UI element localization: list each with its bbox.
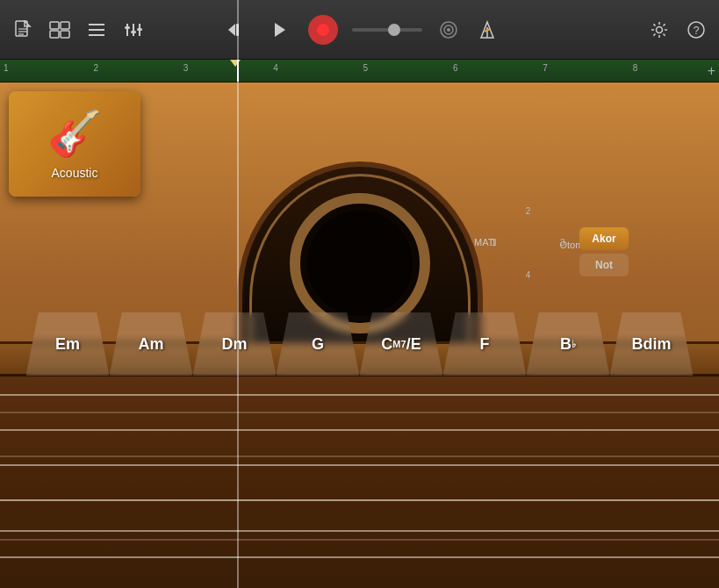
rewind-button[interactable] — [220, 15, 250, 45]
timeline: 1 2 3 4 5 6 7 8 + — [0, 60, 719, 82]
chord-f[interactable]: F — [443, 312, 527, 376]
record-button[interactable] — [308, 15, 338, 45]
knob-n1: 1 — [491, 238, 496, 247]
timeline-num-4: 4 — [270, 63, 359, 73]
mode-buttons: Akor Not — [579, 227, 629, 276]
svg-line-25 — [485, 29, 490, 32]
timeline-num-6: 6 — [449, 63, 539, 73]
chord-dm[interactable]: Dm — [193, 312, 277, 376]
help-icon[interactable]: ? — [684, 18, 708, 42]
not-button[interactable]: Not — [579, 254, 629, 276]
guitar-string-5 — [0, 530, 719, 532]
timeline-playhead — [237, 60, 239, 82]
timeline-num-7: 7 — [539, 63, 629, 73]
toolbar: ? — [0, 0, 719, 60]
mixer-icon[interactable] — [121, 18, 146, 42]
guitar-icon: 🎸 — [47, 108, 102, 159]
guitar-string-3 — [0, 464, 719, 466]
volume-slider[interactable] — [352, 28, 422, 32]
chord-am[interactable]: Am — [110, 312, 193, 376]
svg-rect-16 — [137, 28, 142, 31]
guitar-string-2 — [0, 429, 719, 431]
svg-rect-5 — [61, 22, 69, 29]
timeline-num-2: 2 — [90, 63, 179, 73]
list-view-icon[interactable] — [84, 18, 109, 42]
guitar-string-6 — [0, 556, 719, 558]
track-tile[interactable]: 🎸 Acoustic — [9, 91, 140, 197]
fretboard[interactable] — [0, 376, 719, 588]
chord-cm7e[interactable]: CM7/E — [360, 312, 443, 376]
chord-bb[interactable]: B♭ — [527, 312, 610, 376]
timeline-num-3: 3 — [180, 63, 270, 73]
svg-marker-19 — [275, 23, 285, 37]
svg-point-26 — [657, 26, 663, 32]
svg-rect-14 — [125, 26, 130, 29]
svg-text:?: ? — [694, 25, 700, 37]
svg-rect-18 — [236, 24, 239, 36]
main-content: 🎸 Acoustic 2 1 4 2 3 MATI O — [0, 82, 719, 588]
play-button[interactable] — [264, 15, 294, 45]
svg-rect-4 — [50, 22, 59, 29]
akor-button[interactable]: Akor — [579, 227, 629, 250]
add-track-button[interactable]: + — [708, 60, 715, 82]
chord-bdim[interactable]: Bdim — [610, 312, 694, 376]
svg-rect-7 — [61, 31, 69, 38]
chord-buttons: Em Am Dm G CM7/E F B♭ Bdim — [0, 312, 719, 376]
sound-hole — [307, 211, 413, 316]
knob-n4: 4 — [526, 270, 531, 280]
settings-icon[interactable] — [647, 18, 672, 42]
svg-marker-17 — [228, 24, 235, 36]
guitar-string-1 — [0, 394, 719, 396]
chord-em[interactable]: Em — [26, 312, 110, 376]
svg-rect-15 — [131, 31, 136, 33]
chord-g[interactable]: G — [277, 312, 360, 376]
knob-n3: 3 — [560, 238, 565, 247]
timeline-track[interactable]: 1 2 3 4 5 6 7 8 — [0, 60, 719, 82]
timeline-num-8: 8 — [629, 63, 719, 73]
timeline-num-1: 1 — [0, 63, 90, 73]
svg-point-22 — [447, 28, 450, 32]
playhead-triangle — [230, 60, 241, 67]
volume-speaker-icon — [436, 18, 461, 42]
track-label: Acoustic — [52, 166, 98, 180]
volume-knob[interactable] — [388, 24, 400, 36]
timeline-num-5: 5 — [360, 63, 449, 73]
new-document-icon[interactable] — [11, 18, 35, 42]
knob-n2: 2 — [526, 206, 531, 216]
fret-line-4 — [0, 539, 719, 541]
fret-line-1 — [0, 412, 719, 413]
guitar-string-4 — [0, 499, 719, 501]
fret-line-2 — [0, 455, 719, 457]
metronome-icon[interactable] — [475, 18, 500, 42]
tracks-view-icon[interactable] — [47, 18, 72, 42]
svg-rect-6 — [50, 31, 59, 38]
